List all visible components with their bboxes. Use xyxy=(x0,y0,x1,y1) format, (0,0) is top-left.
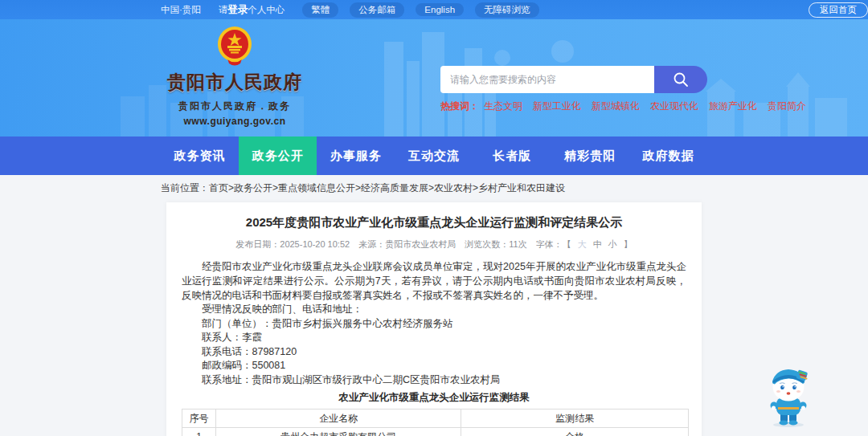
hot-word-tourism[interactable]: 旅游产业化 xyxy=(709,100,757,113)
search-icon xyxy=(672,71,690,88)
hot-search-label: 热搜词： xyxy=(440,100,479,113)
tab-wonderful-guiyang[interactable]: 精彩贵阳 xyxy=(551,137,629,175)
tab-interaction[interactable]: 互动交流 xyxy=(395,137,473,175)
english-link[interactable]: English xyxy=(416,3,464,16)
monitor-result: 合格 xyxy=(461,428,689,436)
tab-gov-data[interactable]: 政府数据 xyxy=(629,137,707,175)
header-企业名称: 企业名称 xyxy=(215,410,461,428)
breadcrumb-path[interactable]: 首页>政务公开>重点领域信息公开>经济高质量发展>农业农村>乡村产业和农田建设 xyxy=(209,181,565,195)
search-input[interactable] xyxy=(440,66,654,93)
login-link[interactable]: 请登录个人中心 xyxy=(219,3,285,17)
hot-search-row: 热搜词： 生态文明 新型工业化 新型城镇化 农业现代化 旅游产业化 贵阳简介 xyxy=(440,100,707,113)
city-skyline-decoration xyxy=(0,19,868,137)
topbar-inner: 中国·贵阳 请登录个人中心 繁體 公务邮箱 English 无障碍浏览 返回首页 xyxy=(161,2,868,18)
login-prefix: 请 xyxy=(219,5,228,14)
publish-date: 发布日期：2025-10-20 10:52 xyxy=(235,239,350,249)
article-title: 2025年度贵阳市农业产业化市级重点龙头企业运行监测和评定结果公示 xyxy=(182,215,686,230)
view-count: 浏览次数：11次 xyxy=(465,239,526,249)
search-button[interactable] xyxy=(654,66,707,93)
table-header-row: 序号 企业名称 监测结果 xyxy=(182,410,689,428)
traditional-chinese-link[interactable]: 繁體 xyxy=(302,2,338,18)
contact-department: 部门（单位）：贵阳市乡村振兴服务中心农村经济服务站 xyxy=(182,317,686,332)
header-监测结果: 监测结果 xyxy=(461,410,689,428)
article-body: 经贵阳市农业产业化市级重点龙头企业联席会议成员单位审定，现对2025年开展的农业… xyxy=(182,259,686,436)
hot-word-guiyang-intro[interactable]: 贵阳简介 xyxy=(768,100,806,113)
login-bold: 登录 xyxy=(227,4,248,15)
article-card: 2025年度贵阳市农业产业化市级重点龙头企业运行监测和评定结果公示 发布日期：2… xyxy=(166,202,702,436)
table-title: 农业产业化市级重点龙头企业运行监测结果 xyxy=(182,391,686,405)
contact-address: 联系地址：贵阳市观山湖区市级行政中心二期C区贵阳市农业农村局 xyxy=(182,373,686,388)
notice-paragraph: 经贵阳市农业产业化市级重点龙头企业联席会议成员单位审定，现对2025年开展的农业… xyxy=(182,259,686,303)
table-row: 1 贵州合力超市采购有限公司 合格 xyxy=(182,428,689,436)
header-序号: 序号 xyxy=(182,410,216,428)
search-block: 热搜词： 生态文明 新型工业化 新型城镇化 农业现代化 旅游产业化 贵阳简介 xyxy=(440,66,707,113)
tab-gov-disclosure[interactable]: 政务公开 xyxy=(239,137,317,175)
contact-phone: 联系电话：87987120 xyxy=(182,345,686,360)
article-meta: 发布日期：2025-10-20 10:52 来源：贵阳市农业农村局 浏览次数：1… xyxy=(182,238,686,251)
contact-person: 联系人：李霞 xyxy=(182,331,686,345)
site-title: 贵阳市人民政府 xyxy=(159,70,310,95)
site-url: www.guiyang.gov.cn xyxy=(159,116,310,127)
breadcrumb-label: 当前位置： xyxy=(161,181,209,195)
contact-postcode: 邮政编码：550081 xyxy=(182,359,686,373)
company-name: 贵州合力超市采购有限公司 xyxy=(215,428,461,436)
hot-word-industry[interactable]: 新型工业化 xyxy=(533,100,581,113)
font-large-button[interactable]: 大 xyxy=(578,239,587,249)
assistant-mascot[interactable] xyxy=(760,364,817,431)
hot-word-urbanization[interactable]: 新型城镇化 xyxy=(592,100,640,113)
national-emblem-icon xyxy=(211,25,258,68)
site-banner: 贵阳市人民政府 贵阳市人民政府．政务 www.guiyang.gov.cn 热搜… xyxy=(0,19,868,137)
mascot-icon xyxy=(760,364,817,428)
hot-word-agriculture[interactable]: 农业现代化 xyxy=(650,100,698,113)
tab-senior-version[interactable]: 长者版 xyxy=(473,137,551,175)
font-size-label-close: 】 xyxy=(624,239,633,249)
font-size-label: 字体：【 xyxy=(536,239,571,249)
back-home-button[interactable]: 返回首页 xyxy=(809,2,868,18)
site-subtitle: 贵阳市人民政府．政务 xyxy=(159,100,310,113)
breadcrumb: 当前位置： 首页>政务公开>重点领域信息公开>经济高质量发展>农业农村>乡村产业… xyxy=(0,175,868,202)
site-logo-block[interactable]: 贵阳市人民政府 贵阳市人民政府．政务 www.guiyang.gov.cn xyxy=(159,25,310,127)
top-utility-bar: 中国·贵阳 请登录个人中心 繁體 公务邮箱 English 无障碍浏览 返回首页 xyxy=(0,0,868,19)
font-small-button[interactable]: 小 xyxy=(608,239,617,249)
article-source: 来源：贵阳市农业农村局 xyxy=(358,239,456,249)
tab-gov-news[interactable]: 政务资讯 xyxy=(161,137,239,175)
hot-word-ecology[interactable]: 生态文明 xyxy=(484,100,522,113)
main-nav-bar: 政务资讯 政务公开 办事服务 互动交流 长者版 精彩贵阳 政府数据 xyxy=(0,137,868,175)
monitoring-result-table: 序号 企业名称 监测结果 1 贵州合力超市采购有限公司 合格 2 贵州友禾种业有… xyxy=(182,409,689,436)
tab-services[interactable]: 办事服务 xyxy=(317,137,395,175)
region-link[interactable]: 中国·贵阳 xyxy=(161,4,201,16)
accessibility-link[interactable]: 无障碍浏览 xyxy=(475,2,539,18)
row-no: 1 xyxy=(182,428,216,436)
official-mail-link[interactable]: 公务邮箱 xyxy=(350,2,404,18)
login-suffix: 个人中心 xyxy=(248,5,285,14)
font-medium-button[interactable]: 中 xyxy=(593,239,602,249)
reception-intro: 受理情况反映的部门、电话和地址： xyxy=(182,303,686,317)
